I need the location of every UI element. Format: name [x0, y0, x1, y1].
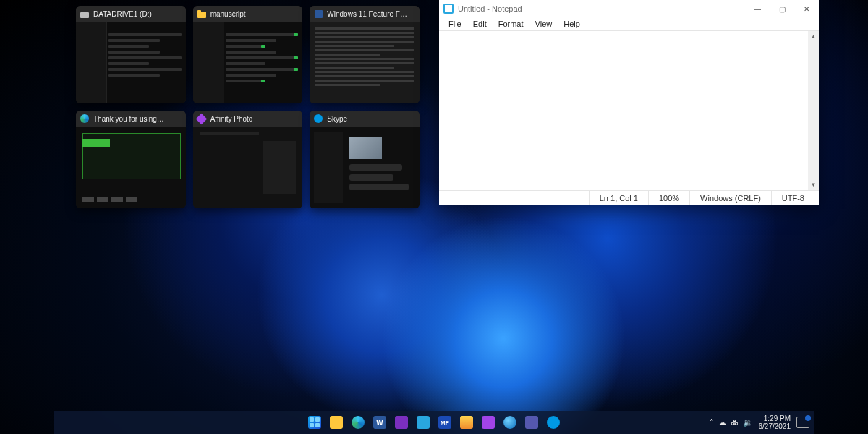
clock-time: 1:29 PM — [759, 414, 791, 422]
scroll-down-icon[interactable]: ▼ — [808, 179, 819, 190]
taskbar-skype[interactable] — [544, 413, 563, 432]
maximize-button[interactable]: ▢ — [770, 0, 794, 17]
notepad-menubar: File Edit Format View Help — [439, 17, 819, 31]
thumb-title: DATADRIVE1 (D:) — [93, 10, 152, 18]
snap-thumb-affinity[interactable]: Affinity Photo — [193, 111, 303, 208]
volume-icon[interactable]: 🔉 — [743, 418, 753, 427]
snap-assist-overlay: DATADRIVE1 (D:) manuscript Windows 11 Fe… — [76, 6, 420, 208]
taskbar-mp-app[interactable]: MP — [435, 413, 454, 432]
snap-thumb-skype[interactable]: Skype — [310, 111, 420, 208]
taskbar: W MP ˄ ☁ 🖧 🔉 1:29 PM 6/27/2021 — [54, 411, 814, 434]
thumb-title: Affinity Photo — [210, 115, 253, 123]
thumb-title: Windows 11 Feature F… — [327, 10, 407, 18]
snap-thumb-datadrive[interactable]: DATADRIVE1 (D:) — [76, 6, 186, 103]
thumb-preview — [76, 22, 186, 103]
start-button[interactable] — [305, 413, 324, 432]
taskbar-right: ˄ ☁ 🖧 🔉 1:29 PM 6/27/2021 — [710, 414, 810, 430]
taskbar-affinity[interactable] — [479, 413, 498, 432]
taskbar-onenote[interactable] — [392, 413, 411, 432]
notepad-title: Untitled - Notepad — [458, 4, 745, 13]
drive-icon — [80, 9, 89, 18]
notepad-titlebar[interactable]: Untitled - Notepad — ▢ ✕ — [439, 0, 819, 17]
taskbar-apps: W MP — [305, 413, 563, 432]
edge-icon — [80, 114, 89, 123]
scroll-up-icon[interactable]: ▲ — [808, 31, 819, 42]
taskbar-notepad[interactable] — [414, 413, 433, 432]
notepad-window: Untitled - Notepad — ▢ ✕ File Edit Forma… — [439, 0, 819, 205]
menu-help[interactable]: Help — [558, 19, 585, 29]
snap-thumb-edge[interactable]: Thank you for using… — [76, 111, 186, 208]
status-encoding: UTF-8 — [771, 191, 814, 205]
status-zoom: 100% — [648, 191, 689, 205]
menu-format[interactable]: Format — [493, 19, 529, 29]
vertical-scrollbar[interactable]: ▲ ▼ — [808, 31, 819, 190]
notepad-statusbar: Ln 1, Col 1 100% Windows (CRLF) UTF-8 — [439, 190, 819, 205]
thumb-title: manuscript — [210, 10, 246, 18]
taskbar-edge[interactable] — [349, 413, 367, 432]
thumb-title: Skype — [327, 115, 347, 123]
thumb-preview — [193, 127, 303, 208]
network-icon[interactable]: 🖧 — [731, 418, 739, 427]
thumb-preview — [193, 22, 303, 103]
taskbar-teams[interactable] — [522, 413, 541, 432]
cloud-icon[interactable]: ☁ — [718, 418, 726, 427]
menu-file[interactable]: File — [443, 19, 467, 29]
thumb-preview — [310, 22, 420, 103]
thumb-title: Thank you for using… — [93, 115, 164, 123]
taskbar-word[interactable]: W — [370, 413, 389, 432]
minimize-button[interactable]: — — [745, 0, 770, 17]
taskbar-file-explorer[interactable] — [327, 413, 346, 432]
taskbar-clock[interactable]: 1:29 PM 6/27/2021 — [759, 414, 791, 430]
system-tray: ˄ ☁ 🖧 🔉 — [710, 418, 753, 427]
snap-thumb-word-doc[interactable]: Windows 11 Feature F… — [310, 6, 420, 103]
notification-center-icon[interactable] — [796, 417, 809, 428]
folder-icon — [197, 9, 206, 18]
clock-date: 6/27/2021 — [759, 422, 791, 430]
taskbar-misc-app[interactable] — [457, 413, 476, 432]
menu-view[interactable]: View — [530, 19, 558, 29]
close-button[interactable]: ✕ — [794, 0, 819, 17]
taskbar-browser[interactable] — [501, 413, 519, 432]
affinity-icon — [197, 114, 206, 123]
skype-icon — [314, 114, 323, 123]
snap-thumb-manuscript[interactable]: manuscript — [193, 6, 303, 103]
status-line-ending: Windows (CRLF) — [689, 191, 771, 205]
menu-edit[interactable]: Edit — [468, 19, 492, 29]
word-icon — [314, 9, 323, 18]
thumb-preview — [76, 127, 186, 208]
notepad-icon — [443, 4, 454, 14]
thumb-preview — [310, 127, 420, 208]
status-cursor-position: Ln 1, Col 1 — [589, 191, 648, 205]
tray-overflow-icon[interactable]: ˄ — [710, 418, 714, 427]
notepad-text-area[interactable]: ▲ ▼ — [439, 31, 819, 190]
